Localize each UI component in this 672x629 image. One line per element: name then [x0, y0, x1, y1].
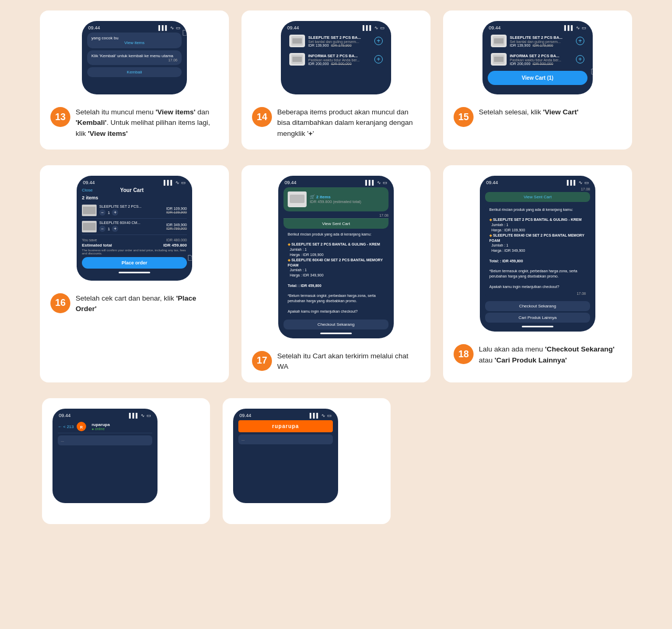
- ruparupa-header-bl: ← < 213 R ruparupa ● online: [58, 420, 152, 433]
- price-old-15-1: IDR 179,900: [532, 44, 553, 47]
- svg-rect-1: [292, 38, 302, 44]
- step-18-card: 09.44 ▌▌▌ ∿ ▭ 17.08 View Sent Cart Berik…: [443, 165, 632, 382]
- kembali-btn-13[interactable]: Kembali: [87, 67, 182, 77]
- wa-note-17: *Belum termasuk ongkir, perbedaan harga …: [288, 294, 376, 303]
- qty-val-16-2: 1: [108, 227, 110, 231]
- add-btn-15-2[interactable]: +: [576, 55, 584, 63]
- status-bar-15: 09.44 ▌▌▌ ∿ ▭: [488, 25, 587, 30]
- battery-icon-bl: ▭: [146, 413, 151, 418]
- wa-msg-18: Berikut rincian produk yang ada di keran…: [485, 204, 590, 300]
- wa-prod1-name-17: SLEEPLITE SET 2 PCS BANTAL & GULING - KR…: [291, 242, 380, 246]
- step-badge-17: 17: [252, 351, 272, 371]
- wa-total-17: Total: : IDR 459,800: [288, 284, 321, 287]
- status-icons-18: ▌▌▌ ∿ ▭: [567, 180, 589, 185]
- step-15-text: Setelah selesai, klik 'View Cart': [479, 107, 579, 118]
- battery-icon-13: ▭: [176, 25, 181, 30]
- view-cart-button-15[interactable]: View Cart (1): [488, 71, 587, 85]
- wa-cart-bubble-17: 🛒 2 items IDR 459.800 (estimated total): [284, 187, 388, 211]
- step-badge-16: 16: [50, 293, 70, 313]
- wifi-icon-15: ∿: [576, 25, 580, 30]
- home-indicator-16: [119, 272, 150, 273]
- status-icons-17: ▌▌▌ ∿ ▭: [365, 180, 387, 185]
- phone-bottom-right: 09.44 ▌▌▌ ∿ ▭ ruparupa ...: [233, 409, 338, 503]
- qty-minus-16-1[interactable]: −: [99, 209, 106, 216]
- cursor-13: ☞: [182, 26, 192, 40]
- wa-prod1-price-17: Harga : IDR 109,900: [290, 253, 323, 257]
- step-18-highlight1: 'Checkout Sekarang': [545, 345, 614, 353]
- home-indicator-17: [320, 333, 352, 334]
- time-15: 09.44: [489, 25, 501, 30]
- signal-icon-br: ▌▌▌: [310, 413, 320, 418]
- time-18: 09.44: [486, 180, 498, 185]
- wa-prod2-price-17: Harga : IDR 349,900: [290, 273, 323, 277]
- product-info-15-2: INFORMA SET 2 PCS BA... Pastikan waktu t…: [510, 54, 576, 66]
- add-btn-14-1[interactable]: +: [374, 37, 383, 45]
- checkout-btn-17[interactable]: Checkout Sekarang: [284, 319, 388, 329]
- product-info-14-1: SLEEPLITE SET 2 PCS BA... Set bantal dan…: [308, 35, 374, 47]
- qty-minus-16-2[interactable]: −: [99, 226, 106, 232]
- product-name-14-1: SLEEPLITE SET 2 PCS BA...: [308, 35, 374, 40]
- add-btn-14-2[interactable]: +: [374, 55, 383, 63]
- wifi-icon-br: ∿: [321, 413, 326, 418]
- add-btn-15-1[interactable]: +: [576, 37, 584, 45]
- product-desc-15-1: Set bantal dan guling persem...: [510, 40, 576, 44]
- step-badge-18: 18: [454, 344, 474, 364]
- step-13-text: Setelah itu muncul menu 'View items' dan…: [76, 107, 218, 139]
- diamond-icon-17-2: ◆: [288, 258, 290, 262]
- battery-icon-15: ▭: [582, 25, 586, 30]
- qty-plus-16-2[interactable]: +: [112, 226, 118, 232]
- ruparupa-logo-br: ruparupa: [238, 420, 333, 432]
- product-item-15-2: INFORMA SET 2 PCS BA... Pastikan waktu t…: [488, 51, 587, 68]
- wa-msg-17: Berikut rincian produk yang ada di keran…: [284, 229, 388, 317]
- phone-18: 09.44 ▌▌▌ ∿ ▭ 17.08 View Sent Cart Berik…: [480, 176, 595, 332]
- cart-save-row-16: You save IDR 480.000: [82, 238, 187, 242]
- cart-disclaimer-16: The business will confirm your order and…: [82, 249, 187, 255]
- product-name-15-2: INFORMA SET 2 PCS BA...: [510, 54, 576, 58]
- step-14-card: 09.44 ▌▌▌ ∿ ▭ SLEEPLITE SET 2 P: [242, 10, 430, 150]
- cart-item-name-16-1: SLEEPLITE SET 2 PCS... − 1 +: [99, 205, 166, 216]
- cart-item-thumb-16-1: [82, 205, 97, 216]
- product-desc-14-2: Pastikan waktu tidur Anda ber...: [308, 58, 374, 62]
- step-badge-14: 14: [252, 107, 272, 127]
- cart-item-name-16-2: SLEEPLITE 60X40 CM... − 1 +: [99, 221, 166, 232]
- ruparupa-status-bl: ● online: [91, 427, 152, 431]
- back-btn-bl[interactable]: ← < 213: [58, 424, 74, 429]
- product-item-14-1: SLEEPLITE SET 2 PCS BA... Set bantal dan…: [286, 33, 386, 49]
- wa-intro-18: Berikut rincian produk yang ada di keran…: [489, 207, 586, 212]
- step-14-highlight: +: [309, 130, 313, 137]
- product-thumb-15-1: [491, 35, 507, 47]
- signal-icon-13: ▌▌▌: [159, 25, 169, 30]
- product-info-14-2: INFORMA SET 2 PCS BA... Pastikan waktu t…: [308, 54, 374, 66]
- wa-view-sent-btn-17[interactable]: View Sent Cart: [284, 218, 388, 229]
- view-items-link-13[interactable]: View items: [91, 40, 177, 45]
- browse-btn-18[interactable]: Cari Produk Lainnya: [485, 313, 590, 323]
- place-order-btn-16[interactable]: Place order: [82, 257, 187, 269]
- step-16-text: Setelah cek cart dan benar, klik 'Place …: [76, 293, 218, 315]
- price-new-15-1: IDR 139,900: [510, 44, 530, 47]
- status-dot-bl: ●: [91, 427, 93, 431]
- product-prices-14-2: IDR 200,000 IDR 500,000: [308, 62, 374, 66]
- signal-icon-bl: ▌▌▌: [129, 413, 139, 418]
- wa-timestamp-17: 17.08: [284, 214, 388, 217]
- product-thumb-15-2: [491, 53, 507, 66]
- status-icons-15: ▌▌▌ ∿ ▭: [564, 25, 586, 30]
- product-prices-15-1: IDR 139,900 IDR 179,900: [510, 44, 576, 47]
- cart-close-16[interactable]: Close: [82, 188, 92, 193]
- product-info-15-1: SLEEPLITE SET 2 PCS BA... Set bantal dan…: [510, 35, 576, 47]
- back-icon-bl: ←: [58, 424, 62, 429]
- phone-16: 09.44 ▌▌▌ ∿ ▭ Close Your Cart 2 items: [77, 176, 192, 281]
- cursor-15: ☞: [590, 65, 601, 79]
- sent-cart-btn-18[interactable]: View Sent Cart: [485, 192, 590, 202]
- checkout-btn-18[interactable]: Checkout Sekarang: [485, 301, 590, 311]
- wa-prod2-qty-18: Jumlah : 1: [491, 243, 508, 247]
- price-old-15-2: IDR 500,000: [532, 62, 553, 66]
- status-icons-bottom-left: ▌▌▌ ∿ ▭: [129, 413, 151, 418]
- diamond-icon-18-1: ◆: [489, 218, 492, 221]
- step-16-content: 16 Setelah cek cart dan benar, klik 'Pla…: [50, 293, 218, 315]
- cart-items-count-16: 2 items: [82, 195, 187, 200]
- cursor-16: ☞: [187, 251, 197, 265]
- status-icons-13: ▌▌▌ ∿ ▭: [159, 25, 181, 30]
- qty-plus-16-1[interactable]: +: [112, 209, 118, 216]
- status-bar-17: 09.44 ▌▌▌ ∿ ▭: [284, 180, 388, 185]
- time-17: 09.44: [285, 180, 297, 185]
